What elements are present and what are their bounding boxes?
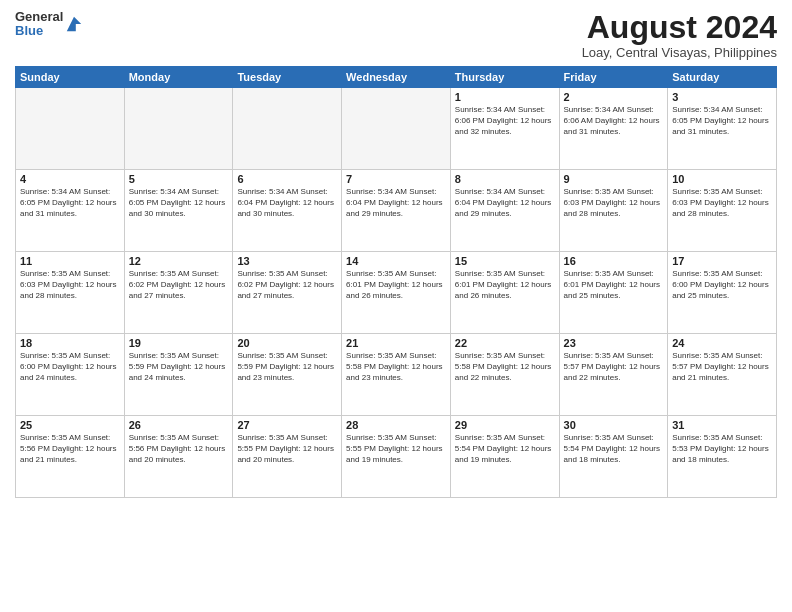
col-friday: Friday xyxy=(559,67,668,88)
day-number: 21 xyxy=(346,337,446,349)
day-info: Sunrise: 5:35 AM Sunset: 5:59 PM Dayligh… xyxy=(129,351,229,383)
svg-marker-0 xyxy=(67,17,81,31)
week-row-4: 25Sunrise: 5:35 AM Sunset: 5:56 PM Dayli… xyxy=(16,416,777,498)
cell-1-2: 6Sunrise: 5:34 AM Sunset: 6:04 PM Daylig… xyxy=(233,170,342,252)
cell-0-6: 3Sunrise: 5:34 AM Sunset: 6:05 PM Daylig… xyxy=(668,88,777,170)
day-info: Sunrise: 5:35 AM Sunset: 6:00 PM Dayligh… xyxy=(672,269,772,301)
day-number: 28 xyxy=(346,419,446,431)
day-number: 15 xyxy=(455,255,555,267)
week-row-0: 1Sunrise: 5:34 AM Sunset: 6:06 PM Daylig… xyxy=(16,88,777,170)
col-monday: Monday xyxy=(124,67,233,88)
day-info: Sunrise: 5:35 AM Sunset: 6:01 PM Dayligh… xyxy=(346,269,446,301)
day-number: 19 xyxy=(129,337,229,349)
page: General Blue August 2024 Loay, Central V… xyxy=(0,0,792,612)
header-row: Sunday Monday Tuesday Wednesday Thursday… xyxy=(16,67,777,88)
day-number: 29 xyxy=(455,419,555,431)
day-info: Sunrise: 5:34 AM Sunset: 6:05 PM Dayligh… xyxy=(20,187,120,219)
day-info: Sunrise: 5:34 AM Sunset: 6:05 PM Dayligh… xyxy=(672,105,772,137)
cell-2-1: 12Sunrise: 5:35 AM Sunset: 6:02 PM Dayli… xyxy=(124,252,233,334)
cell-1-6: 10Sunrise: 5:35 AM Sunset: 6:03 PM Dayli… xyxy=(668,170,777,252)
day-number: 4 xyxy=(20,173,120,185)
day-number: 8 xyxy=(455,173,555,185)
day-info: Sunrise: 5:34 AM Sunset: 6:05 PM Dayligh… xyxy=(129,187,229,219)
day-number: 2 xyxy=(564,91,664,103)
cell-1-0: 4Sunrise: 5:34 AM Sunset: 6:05 PM Daylig… xyxy=(16,170,125,252)
day-number: 22 xyxy=(455,337,555,349)
day-info: Sunrise: 5:35 AM Sunset: 5:56 PM Dayligh… xyxy=(129,433,229,465)
col-sunday: Sunday xyxy=(16,67,125,88)
cell-3-1: 19Sunrise: 5:35 AM Sunset: 5:59 PM Dayli… xyxy=(124,334,233,416)
day-info: Sunrise: 5:35 AM Sunset: 6:02 PM Dayligh… xyxy=(129,269,229,301)
cell-0-2 xyxy=(233,88,342,170)
logo-blue: Blue xyxy=(15,24,63,38)
day-number: 1 xyxy=(455,91,555,103)
day-number: 26 xyxy=(129,419,229,431)
day-info: Sunrise: 5:35 AM Sunset: 6:00 PM Dayligh… xyxy=(20,351,120,383)
day-number: 31 xyxy=(672,419,772,431)
cell-3-3: 21Sunrise: 5:35 AM Sunset: 5:58 PM Dayli… xyxy=(342,334,451,416)
day-number: 14 xyxy=(346,255,446,267)
day-info: Sunrise: 5:35 AM Sunset: 5:53 PM Dayligh… xyxy=(672,433,772,465)
cell-3-5: 23Sunrise: 5:35 AM Sunset: 5:57 PM Dayli… xyxy=(559,334,668,416)
week-row-3: 18Sunrise: 5:35 AM Sunset: 6:00 PM Dayli… xyxy=(16,334,777,416)
cell-0-3 xyxy=(342,88,451,170)
day-info: Sunrise: 5:35 AM Sunset: 6:03 PM Dayligh… xyxy=(672,187,772,219)
cell-4-5: 30Sunrise: 5:35 AM Sunset: 5:54 PM Dayli… xyxy=(559,416,668,498)
day-number: 5 xyxy=(129,173,229,185)
logo: General Blue xyxy=(15,10,83,39)
cell-2-4: 15Sunrise: 5:35 AM Sunset: 6:01 PM Dayli… xyxy=(450,252,559,334)
day-number: 23 xyxy=(564,337,664,349)
day-number: 3 xyxy=(672,91,772,103)
cell-4-6: 31Sunrise: 5:35 AM Sunset: 5:53 PM Dayli… xyxy=(668,416,777,498)
location: Loay, Central Visayas, Philippines xyxy=(582,45,777,60)
day-info: Sunrise: 5:35 AM Sunset: 6:01 PM Dayligh… xyxy=(564,269,664,301)
day-info: Sunrise: 5:34 AM Sunset: 6:06 AM Dayligh… xyxy=(564,105,664,137)
day-info: Sunrise: 5:35 AM Sunset: 5:58 PM Dayligh… xyxy=(455,351,555,383)
day-number: 17 xyxy=(672,255,772,267)
cell-1-5: 9Sunrise: 5:35 AM Sunset: 6:03 PM Daylig… xyxy=(559,170,668,252)
day-info: Sunrise: 5:35 AM Sunset: 5:55 PM Dayligh… xyxy=(237,433,337,465)
logo-text: General Blue xyxy=(15,10,63,39)
cell-2-0: 11Sunrise: 5:35 AM Sunset: 6:03 PM Dayli… xyxy=(16,252,125,334)
day-number: 18 xyxy=(20,337,120,349)
day-info: Sunrise: 5:35 AM Sunset: 6:03 PM Dayligh… xyxy=(564,187,664,219)
col-saturday: Saturday xyxy=(668,67,777,88)
day-info: Sunrise: 5:34 AM Sunset: 6:04 PM Dayligh… xyxy=(455,187,555,219)
cell-3-2: 20Sunrise: 5:35 AM Sunset: 5:59 PM Dayli… xyxy=(233,334,342,416)
title-block: August 2024 Loay, Central Visayas, Phili… xyxy=(582,10,777,60)
day-info: Sunrise: 5:35 AM Sunset: 5:59 PM Dayligh… xyxy=(237,351,337,383)
day-info: Sunrise: 5:35 AM Sunset: 5:58 PM Dayligh… xyxy=(346,351,446,383)
day-number: 24 xyxy=(672,337,772,349)
day-number: 12 xyxy=(129,255,229,267)
cell-4-4: 29Sunrise: 5:35 AM Sunset: 5:54 PM Dayli… xyxy=(450,416,559,498)
cell-2-2: 13Sunrise: 5:35 AM Sunset: 6:02 PM Dayli… xyxy=(233,252,342,334)
day-info: Sunrise: 5:35 AM Sunset: 6:01 PM Dayligh… xyxy=(455,269,555,301)
day-info: Sunrise: 5:35 AM Sunset: 6:02 PM Dayligh… xyxy=(237,269,337,301)
day-info: Sunrise: 5:34 AM Sunset: 6:04 PM Dayligh… xyxy=(346,187,446,219)
day-number: 10 xyxy=(672,173,772,185)
cell-0-1 xyxy=(124,88,233,170)
cell-1-1: 5Sunrise: 5:34 AM Sunset: 6:05 PM Daylig… xyxy=(124,170,233,252)
day-info: Sunrise: 5:34 AM Sunset: 6:06 PM Dayligh… xyxy=(455,105,555,137)
col-tuesday: Tuesday xyxy=(233,67,342,88)
logo-general: General xyxy=(15,10,63,24)
cell-3-6: 24Sunrise: 5:35 AM Sunset: 5:57 PM Dayli… xyxy=(668,334,777,416)
day-info: Sunrise: 5:35 AM Sunset: 5:56 PM Dayligh… xyxy=(20,433,120,465)
cell-2-5: 16Sunrise: 5:35 AM Sunset: 6:01 PM Dayli… xyxy=(559,252,668,334)
day-number: 11 xyxy=(20,255,120,267)
cell-1-3: 7Sunrise: 5:34 AM Sunset: 6:04 PM Daylig… xyxy=(342,170,451,252)
cell-3-4: 22Sunrise: 5:35 AM Sunset: 5:58 PM Dayli… xyxy=(450,334,559,416)
day-number: 27 xyxy=(237,419,337,431)
day-number: 6 xyxy=(237,173,337,185)
logo-icon xyxy=(65,15,83,33)
day-number: 9 xyxy=(564,173,664,185)
cell-0-0 xyxy=(16,88,125,170)
day-number: 13 xyxy=(237,255,337,267)
day-info: Sunrise: 5:34 AM Sunset: 6:04 PM Dayligh… xyxy=(237,187,337,219)
week-row-1: 4Sunrise: 5:34 AM Sunset: 6:05 PM Daylig… xyxy=(16,170,777,252)
day-info: Sunrise: 5:35 AM Sunset: 5:54 PM Dayligh… xyxy=(564,433,664,465)
col-wednesday: Wednesday xyxy=(342,67,451,88)
cell-4-1: 26Sunrise: 5:35 AM Sunset: 5:56 PM Dayli… xyxy=(124,416,233,498)
day-info: Sunrise: 5:35 AM Sunset: 5:55 PM Dayligh… xyxy=(346,433,446,465)
cell-4-3: 28Sunrise: 5:35 AM Sunset: 5:55 PM Dayli… xyxy=(342,416,451,498)
